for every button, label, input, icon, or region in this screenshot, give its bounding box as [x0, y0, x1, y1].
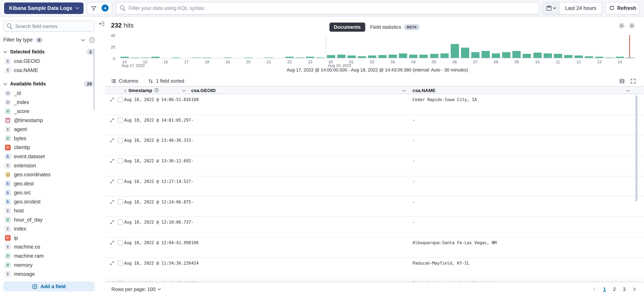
info-icon[interactable]: i	[89, 37, 95, 42]
row-checkbox[interactable]	[118, 179, 123, 184]
histogram-bar[interactable]	[606, 57, 614, 58]
previous-page-button[interactable]	[591, 286, 599, 293]
chevron-down-icon[interactable]	[626, 88, 630, 91]
histogram-bar[interactable]	[544, 53, 552, 58]
column-header-timestamp[interactable]: ↓ timestamp	[124, 87, 189, 94]
expand-document-button[interactable]	[110, 220, 115, 225]
selected-fields-header[interactable]: Selected fields 2	[3, 49, 95, 55]
field-list-item-index[interactable]: _index	[3, 98, 93, 107]
field-list-item-geo-srcdest[interactable]: kgeo.srcdest	[3, 197, 93, 206]
field-list-item-id[interactable]: _id	[3, 89, 93, 98]
histogram-bar[interactable]	[306, 57, 314, 58]
histogram-bar[interactable]	[337, 54, 346, 58]
row-checkbox[interactable]	[118, 158, 123, 164]
histogram-bar[interactable]	[585, 56, 593, 58]
histogram-bar[interactable]	[523, 54, 531, 58]
histogram-bar[interactable]	[450, 44, 459, 58]
histogram-bar[interactable]	[482, 51, 490, 58]
tab-documents[interactable]: Documents	[329, 23, 365, 32]
row-checkbox[interactable]	[118, 97, 123, 102]
field-list-item-bytes[interactable]: #bytes	[3, 134, 93, 143]
row-checkbox[interactable]	[118, 117, 123, 123]
field-list-item-csa-geoid[interactable]: tcsa.GEOID	[3, 57, 93, 66]
histogram-bar[interactable]	[430, 54, 438, 58]
fullscreen-button[interactable]	[630, 78, 636, 84]
histogram-bar[interactable]	[151, 57, 160, 58]
histogram-bar[interactable]	[327, 55, 335, 58]
histogram-bar[interactable]	[533, 53, 542, 58]
sidebar-scrollbar[interactable]	[94, 48, 95, 110]
histogram-bar[interactable]	[554, 54, 562, 58]
expand-document-button[interactable]	[110, 97, 115, 102]
histogram-bar[interactable]	[409, 54, 418, 58]
expand-document-button[interactable]	[110, 260, 115, 266]
date-picker-calendar-button[interactable]	[543, 2, 560, 14]
add-filter-button[interactable]: +	[100, 3, 110, 13]
histogram-bar[interactable]	[399, 53, 407, 58]
field-list-item-index[interactable]: tindex	[3, 224, 93, 234]
expand-document-button[interactable]	[110, 158, 115, 164]
histogram-bar[interactable]	[389, 54, 397, 58]
field-list-item-host[interactable]: thost	[3, 206, 93, 215]
page-button-3[interactable]: 3	[621, 286, 628, 293]
histogram-bar[interactable]	[285, 57, 294, 58]
histogram-bar[interactable]	[296, 57, 304, 58]
chevron-down-icon[interactable]	[402, 88, 406, 91]
field-search-input[interactable]	[15, 23, 91, 29]
field-list-item-geo-coordinates[interactable]: geo.coordinates	[3, 170, 93, 179]
histogram-bar[interactable]	[492, 53, 500, 58]
histogram-bar[interactable]	[512, 51, 521, 58]
column-header-csa-name[interactable]: csa.NAME	[409, 87, 634, 94]
data-view-picker-button[interactable]: Kibana Sample Data Logs	[4, 2, 83, 14]
histogram-bar[interactable]	[502, 52, 510, 58]
field-list-item-extension[interactable]: textension	[3, 161, 93, 170]
histogram-bar[interactable]	[131, 57, 139, 58]
row-checkbox[interactable]	[118, 138, 123, 143]
chevron-down-icon[interactable]	[182, 88, 186, 91]
next-page-button[interactable]	[630, 286, 638, 293]
histogram-bar[interactable]	[461, 48, 469, 58]
chart-options-button[interactable]	[618, 23, 625, 29]
histogram-bar[interactable]	[420, 54, 428, 58]
expand-document-button[interactable]	[110, 138, 115, 143]
histogram-bar[interactable]	[141, 57, 149, 58]
expand-document-button[interactable]	[110, 117, 115, 123]
histogram-bar[interactable]	[347, 56, 356, 58]
histogram-bar[interactable]	[574, 56, 583, 58]
field-list-item-clientip[interactable]: IPclientip	[3, 143, 93, 152]
sort-fields-button[interactable]: 1 field sorted	[148, 78, 184, 84]
histogram-bar[interactable]	[358, 56, 366, 58]
field-list-item-hour-of-day[interactable]: #hour_of_day	[3, 215, 93, 225]
field-list-item-score[interactable]: #_score	[3, 107, 93, 116]
histogram-bar[interactable]	[471, 52, 480, 58]
row-checkbox[interactable]	[118, 199, 123, 204]
filter-by-type-button[interactable]: Filter by type 0	[3, 37, 84, 43]
histogram-bar[interactable]	[120, 57, 128, 58]
histogram-bar[interactable]	[368, 56, 376, 58]
histogram-bar[interactable]	[172, 57, 180, 58]
row-checkbox[interactable]	[118, 220, 123, 225]
collapse-sidebar-button[interactable]	[99, 20, 105, 27]
row-checkbox[interactable]	[118, 260, 123, 266]
field-list-item-machine-os[interactable]: tmachine.os	[3, 243, 93, 252]
histogram-bar[interactable]	[595, 57, 604, 58]
field-list-item-agent[interactable]: tagent	[3, 125, 93, 134]
table-scrollbar[interactable]	[635, 95, 638, 201]
column-header-csa-geoid[interactable]: csa.GEOID	[188, 87, 409, 94]
histogram-bar[interactable]	[244, 57, 252, 58]
expand-document-button[interactable]	[110, 179, 115, 184]
page-button-1[interactable]: 1	[601, 286, 608, 293]
field-list-item-csa-name[interactable]: tcsa.NAME	[3, 66, 93, 75]
expand-document-button[interactable]	[110, 240, 115, 245]
histogram-bar[interactable]	[440, 53, 448, 58]
expand-document-button[interactable]	[110, 199, 115, 204]
field-list-item-event-dataset[interactable]: kevent.dataset	[3, 152, 93, 161]
rows-per-page-button[interactable]: Rows per page: 100	[112, 287, 160, 292]
histogram-bar[interactable]	[626, 57, 634, 58]
histogram-bar[interactable]	[378, 55, 386, 58]
histogram-bar[interactable]	[203, 57, 211, 58]
histogram-bar[interactable]	[224, 57, 232, 58]
histogram-bar[interactable]	[616, 57, 624, 58]
field-list-item-geo-dest[interactable]: kgeo.dest	[3, 179, 93, 188]
add-field-button[interactable]: Add a field	[3, 282, 95, 292]
